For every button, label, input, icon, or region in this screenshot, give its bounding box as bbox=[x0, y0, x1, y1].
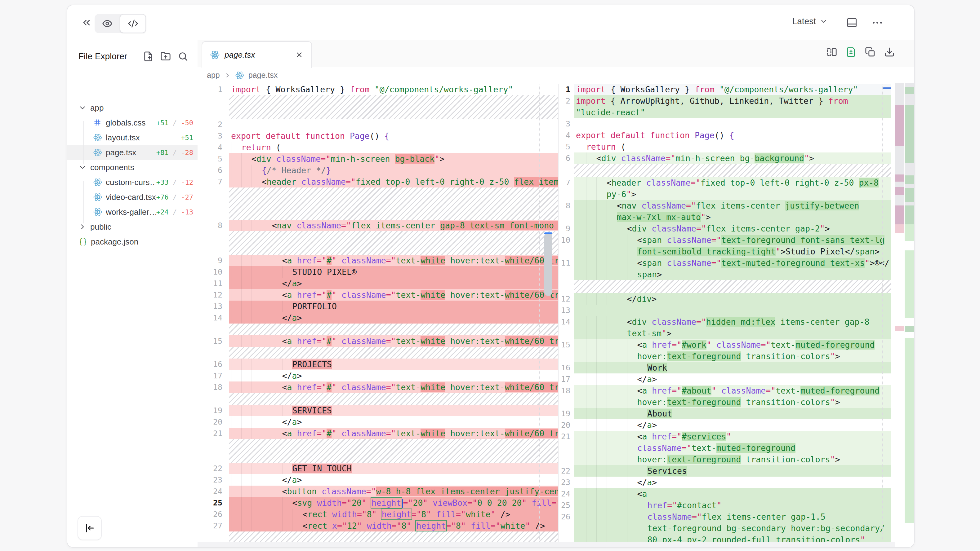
tab-label: page.tsx bbox=[224, 50, 290, 60]
line-number: 6 bbox=[558, 152, 574, 164]
line-number: 10 bbox=[558, 234, 574, 246]
diff-stat-badge: +51 bbox=[181, 134, 197, 141]
diff-pane-old[interactable]: 1import { WorksGallery } from "@/compone… bbox=[198, 84, 558, 542]
ruler-line bbox=[539, 84, 540, 542]
line-number: 1 bbox=[198, 84, 229, 95]
code-line: 10STUDIO PIXEL® bbox=[198, 266, 558, 278]
tab-bar: page.tsx bbox=[197, 40, 914, 67]
code-line: 24<a bbox=[558, 488, 891, 500]
code-line: 2import { ArrowUpRight, Github, Linkedin… bbox=[558, 95, 891, 106]
line-number: 24 bbox=[558, 488, 574, 500]
tab-page-tsx[interactable]: page.tsx bbox=[202, 41, 312, 68]
line-number: 5 bbox=[198, 153, 229, 165]
line-number: 9 bbox=[198, 255, 229, 266]
chevron-down-icon bbox=[78, 163, 90, 171]
code-line: 19SERVICES bbox=[198, 405, 558, 416]
close-tab-icon[interactable] bbox=[295, 51, 303, 59]
line-number: 22 bbox=[558, 465, 574, 476]
code-icon bbox=[128, 18, 138, 29]
chevron-down-icon bbox=[78, 104, 90, 112]
line-number: 14 bbox=[198, 312, 229, 324]
version-selector[interactable]: Latest bbox=[792, 16, 816, 26]
code-line: text-foreground bg-secondary hover:bg-se… bbox=[558, 522, 891, 534]
line-number: 7 bbox=[198, 176, 229, 187]
collapsed-region bbox=[198, 231, 558, 255]
tree-item-custom-curs-[interactable]: custom-curs…+33 / -12 bbox=[67, 175, 197, 190]
diff-stat-badge: +24 / -13 bbox=[156, 208, 197, 216]
right-scrollbar-thumb[interactable] bbox=[883, 87, 891, 89]
new-file-icon[interactable] bbox=[143, 51, 154, 62]
collapsed-region bbox=[558, 164, 891, 177]
diff-pane-new[interactable]: 1import { WorksGallery } from "@/compone… bbox=[558, 84, 891, 542]
code-line: 15<a href="#" className="text-white hove… bbox=[198, 335, 558, 347]
code-line: 24<button className="w-8 h-8 flex items-… bbox=[198, 486, 558, 497]
code-line: 80 px-4 py-2 rounded-full transition-col… bbox=[558, 534, 891, 542]
code-toggle-button[interactable] bbox=[120, 14, 146, 33]
breadcrumb-root[interactable]: app bbox=[207, 71, 220, 79]
new-folder-icon[interactable] bbox=[160, 51, 171, 62]
diff-stat-badge: +76 / -27 bbox=[156, 194, 197, 201]
breadcrumb-file[interactable]: page.tsx bbox=[248, 71, 278, 79]
code-line: 7<header className="fixed top-0 left-0 r… bbox=[198, 176, 558, 187]
code-line: 9<div className="flex items-center gap-2… bbox=[558, 223, 891, 234]
minimap-block bbox=[905, 202, 914, 205]
code-line: text-sm"> bbox=[558, 327, 891, 339]
tree-item-globals-css[interactable]: globals.css+51 / -50 bbox=[67, 115, 197, 130]
code-line: 5<div className="min-h-screen bg-black"> bbox=[198, 153, 558, 165]
collapse-sidebar-button[interactable] bbox=[78, 516, 102, 540]
tree-item-components[interactable]: components bbox=[67, 160, 197, 175]
line-number: 10 bbox=[198, 266, 229, 278]
left-scrollbar-thumb[interactable] bbox=[544, 232, 552, 296]
tree-item-public[interactable]: public bbox=[67, 219, 197, 234]
split-view-icon[interactable] bbox=[826, 47, 837, 57]
diff-minimap[interactable] bbox=[895, 84, 914, 547]
line-number: 17 bbox=[558, 373, 574, 385]
line-number: 13 bbox=[558, 305, 574, 316]
chevron-right-icon bbox=[78, 223, 90, 231]
code-line: 3 bbox=[558, 118, 891, 130]
tree-item-layout-tsx[interactable]: layout.tsx+51 bbox=[67, 130, 197, 145]
view-toggle bbox=[95, 14, 146, 33]
download-icon[interactable] bbox=[884, 47, 895, 57]
preview-toggle-button[interactable] bbox=[95, 14, 120, 33]
chevrons-left-icon[interactable] bbox=[81, 17, 92, 28]
line-number: 5 bbox=[558, 141, 574, 152]
copy-icon[interactable] bbox=[865, 47, 875, 57]
code-line: 7<header className="fixed top-0 left-0 r… bbox=[558, 177, 891, 188]
diff-stat-badge: +81 / -28 bbox=[156, 149, 197, 157]
code-line: 16Work bbox=[558, 362, 891, 373]
line-number: 13 bbox=[198, 301, 229, 312]
line-number bbox=[558, 246, 574, 257]
file-diff-icon[interactable] bbox=[846, 47, 856, 57]
search-icon[interactable] bbox=[178, 51, 188, 62]
tree-item-works-galler-[interactable]: works-galler…+24 / -13 bbox=[67, 205, 197, 219]
line-number: 3 bbox=[198, 130, 229, 141]
minimap-block bbox=[905, 338, 914, 523]
collapsed-region bbox=[198, 347, 558, 359]
line-number: 21 bbox=[558, 431, 574, 442]
more-options-icon[interactable] bbox=[872, 20, 883, 25]
diff-editor: 1import { WorksGallery } from "@/compone… bbox=[197, 84, 914, 547]
tree-item-video-card-tsx[interactable]: video-card.tsx+76 / -27 bbox=[67, 190, 197, 205]
code-line: 23</a> bbox=[198, 474, 558, 486]
line-number: 19 bbox=[558, 408, 574, 419]
code-line: 22Services bbox=[558, 465, 891, 476]
code-line: 13PORTFOLIO bbox=[198, 301, 558, 312]
code-line: 17</a> bbox=[198, 370, 558, 381]
minimap-block bbox=[905, 83, 914, 87]
panel-bottom-icon[interactable] bbox=[846, 17, 858, 28]
chevron-down-icon[interactable] bbox=[820, 17, 828, 25]
top-toolbar: Latest bbox=[67, 5, 914, 41]
tree-item-label: page.tsx bbox=[106, 148, 156, 157]
tree-item-label: public bbox=[90, 222, 197, 232]
tree-item-page-tsx[interactable]: page.tsx+81 / -28 bbox=[67, 145, 197, 160]
line-number: 14 bbox=[558, 316, 574, 327]
collapsed-region bbox=[198, 393, 558, 405]
line-number: 22 bbox=[198, 463, 229, 474]
tree-item-app[interactable]: app bbox=[67, 100, 197, 115]
horizontal-scrollbar[interactable] bbox=[197, 542, 895, 547]
line-number: 8 bbox=[558, 200, 574, 211]
minimap-block bbox=[895, 205, 904, 224]
tree-item-label: components bbox=[90, 163, 197, 172]
tree-item-package-json[interactable]: {}package.json bbox=[67, 234, 197, 249]
